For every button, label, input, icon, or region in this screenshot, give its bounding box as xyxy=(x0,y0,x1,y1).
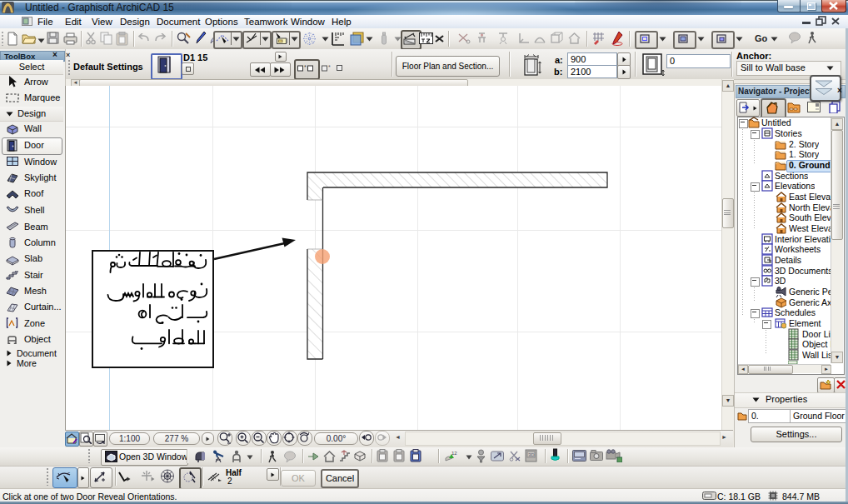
svg-text:12: 12 xyxy=(451,451,457,456)
svg-text:c: c xyxy=(67,471,70,476)
svg-text:*: * xyxy=(304,64,307,70)
svg-text:3D: 3D xyxy=(528,452,535,457)
svg-text:*: * xyxy=(328,64,331,70)
